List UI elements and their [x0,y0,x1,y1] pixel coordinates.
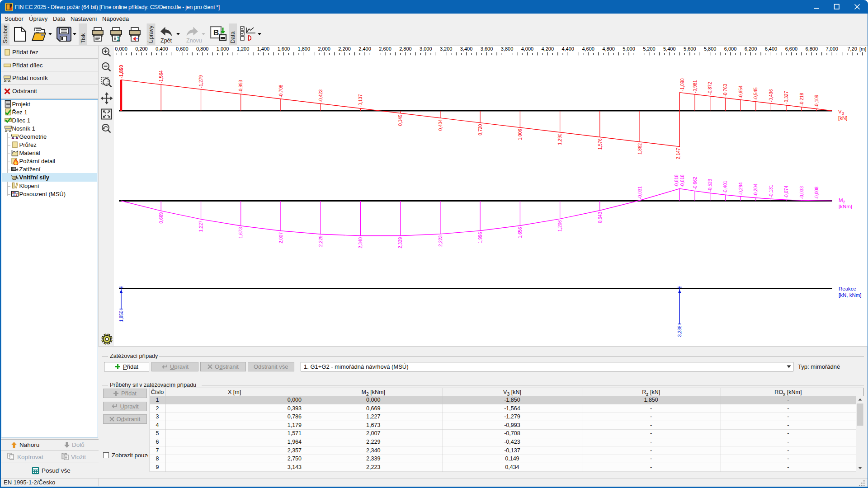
svg-text:[kN, kNm]: [kN, kNm] [839,292,861,298]
svg-text:1,227: 1,227 [198,221,203,232]
svg-text:1,006: 1,006 [518,129,523,140]
svg-text:-0,031: -0,031 [637,186,642,199]
svg-text:-0,545: -0,545 [754,87,759,100]
svg-text:-0,008: -0,008 [814,186,819,199]
svg-text:1,850: 1,850 [119,310,124,322]
svg-text:-0,294: -0,294 [738,182,743,195]
svg-text:3,400: 3,400 [460,46,473,52]
svg-text:-0,654: -0,654 [738,85,743,99]
svg-text:-0,401: -0,401 [723,181,728,194]
svg-text:Data: Data [230,32,236,43]
svg-text:2,339: 2,339 [398,237,403,248]
svg-text:-0,137: -0,137 [358,94,363,107]
svg-text:4,200: 4,200 [542,46,554,52]
svg-text:Zpět: Zpět [160,38,172,44]
svg-text:5,400: 5,400 [663,46,676,52]
svg-text:-1,850: -1,850 [118,65,124,79]
svg-text:M2: M2 [839,197,845,204]
svg-text:0,600: 0,600 [176,46,189,52]
svg-text:1,200: 1,200 [237,46,250,52]
svg-text:3,000: 3,000 [420,46,432,52]
svg-text:6,800: 6,800 [806,46,818,52]
svg-text:-0,109: -0,109 [814,94,819,108]
svg-text:1,673: 1,673 [239,227,244,238]
svg-text:4,600: 4,600 [582,46,594,52]
svg-text:-0,993: -0,993 [239,80,244,93]
svg-text:1,206: 1,206 [557,220,562,231]
svg-text:2,147: 2,147 [676,148,681,159]
svg-text:2,800: 2,800 [399,46,412,52]
svg-text:2,340: 2,340 [358,237,363,248]
svg-text:0,000: 0,000 [115,46,127,52]
svg-text:4,000: 4,000 [521,46,534,52]
svg-text:5,200: 5,200 [643,46,656,52]
svg-text:4,400: 4,400 [561,46,574,52]
svg-text:2,223: 2,223 [438,235,443,246]
svg-text:3,238: 3,238 [677,325,682,337]
svg-text:-0,981: -0,981 [693,80,698,93]
svg-text:2,229: 2,229 [318,235,323,247]
svg-text:-0,436: -0,436 [769,89,774,102]
svg-text:-1,090: -1,090 [680,78,685,91]
svg-text:5,600: 5,600 [684,46,696,52]
svg-text:Znovu: Znovu [186,38,202,44]
svg-text:-0,204: -0,204 [754,183,759,197]
svg-text:2,000: 2,000 [318,46,330,52]
svg-text:Reakce: Reakce [839,286,856,291]
svg-text:4,800: 4,800 [602,46,615,52]
svg-text:-1,564: -1,564 [159,70,164,83]
svg-text:[kN]: [kN] [838,115,847,121]
svg-text:3,600: 3,600 [481,46,493,52]
svg-text:-1,279: -1,279 [198,75,203,88]
svg-text:V3: V3 [838,109,844,116]
svg-text:0,400: 0,400 [156,46,168,52]
svg-text:1,862: 1,862 [637,143,642,154]
svg-text:6,200: 6,200 [745,46,757,52]
svg-text:-0,662: -0,662 [693,177,698,190]
svg-text:-0,818: -0,818 [680,174,685,188]
svg-text:-0,327: -0,327 [784,91,789,104]
svg-text:-0,074: -0,074 [784,185,789,198]
svg-text:[m]: [m] [859,46,866,52]
svg-text:5,000: 5,000 [623,46,635,52]
svg-text:3,200: 3,200 [440,46,453,52]
svg-text:Soubor: Soubor [2,25,9,43]
svg-text:0,643: 0,643 [598,211,603,223]
svg-text:7,20: 7,20 [847,46,857,52]
svg-text:0,669: 0,669 [159,212,164,223]
svg-text:1,800: 1,800 [298,46,311,52]
svg-text:B: B [213,28,219,37]
svg-text:5,800: 5,800 [704,46,717,52]
svg-text:1,400: 1,400 [257,46,270,52]
svg-text:2,400: 2,400 [359,46,371,52]
svg-text:3,800: 3,800 [501,46,514,52]
svg-text:2,600: 2,600 [379,46,392,52]
svg-text:0,800: 0,800 [196,46,209,52]
svg-text:7,000: 7,000 [826,46,838,52]
svg-text:-0,763: -0,763 [723,84,728,97]
svg-text:-0,818: -0,818 [674,174,679,188]
svg-text:-0,033: -0,033 [799,186,804,199]
svg-text:-0,131: -0,131 [769,184,774,197]
svg-text:6,000: 6,000 [724,46,737,52]
svg-text:0,434: 0,434 [438,119,443,131]
svg-text:-0,218: -0,218 [799,93,804,106]
svg-text:-0,423: -0,423 [318,89,323,103]
svg-text:Úpravy: Úpravy [147,25,154,43]
svg-text:1,576: 1,576 [598,138,603,150]
svg-text:-0,872: -0,872 [708,82,713,95]
svg-text:2,007: 2,007 [278,232,283,243]
svg-text:2,200: 2,200 [338,46,351,52]
svg-text:1,000: 1,000 [217,46,229,52]
svg-text:0,720: 0,720 [478,124,483,135]
svg-text:1,600: 1,600 [278,46,290,52]
svg-text:6,600: 6,600 [785,46,798,52]
svg-text:0,149: 0,149 [398,114,403,126]
svg-text:6,400: 6,400 [765,46,778,52]
svg-text:0,200: 0,200 [135,46,148,52]
svg-text:Tisk: Tisk [80,33,86,43]
svg-text:1,656: 1,656 [518,227,523,238]
svg-text:1,996: 1,996 [478,232,483,243]
svg-text:-0,523: -0,523 [708,178,713,192]
svg-text:-0,708: -0,708 [278,84,283,98]
